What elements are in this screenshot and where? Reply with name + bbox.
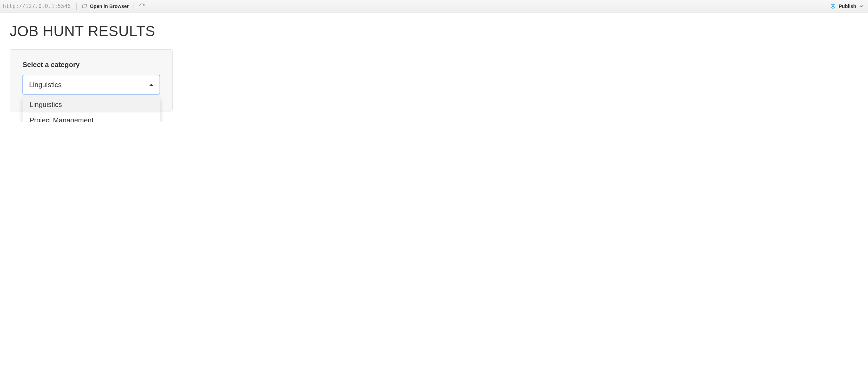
category-select: Linguistics Linguistics Project Manageme…	[23, 75, 160, 94]
publish-label: Publish	[839, 3, 856, 9]
dropdown-option[interactable]: Project Management	[23, 112, 160, 122]
select-value: Linguistics	[29, 81, 61, 89]
open-in-browser-label: Open in Browser	[90, 3, 129, 9]
toolbar: http://127.0.0.1:5546 Open in Browser	[0, 0, 868, 12]
caret-up-icon	[149, 84, 153, 86]
publish-button[interactable]: Publish	[827, 2, 865, 10]
select-label: Select a category	[23, 61, 160, 69]
refresh-button[interactable]	[137, 2, 147, 10]
popout-window-icon	[82, 3, 88, 9]
url-display: http://127.0.0.1:5546	[3, 3, 74, 9]
select-dropdown: Linguistics Project Management Customer …	[23, 97, 160, 122]
page-title: JOB HUNT RESULTS	[10, 23, 858, 40]
category-panel: Select a category Linguistics Linguistic…	[10, 49, 173, 111]
publish-icon	[829, 3, 836, 10]
dropdown-option[interactable]: Linguistics	[23, 97, 160, 112]
toolbar-separator	[76, 3, 77, 10]
page-content: JOB HUNT RESULTS Select a category Lingu…	[0, 12, 868, 122]
svg-point-1	[832, 5, 834, 7]
select-control[interactable]: Linguistics	[23, 75, 160, 94]
refresh-icon	[139, 3, 145, 9]
open-in-browser-button[interactable]: Open in Browser	[79, 2, 131, 10]
chevron-down-icon	[860, 5, 863, 8]
toolbar-separator	[134, 3, 134, 10]
svg-rect-0	[83, 5, 86, 8]
